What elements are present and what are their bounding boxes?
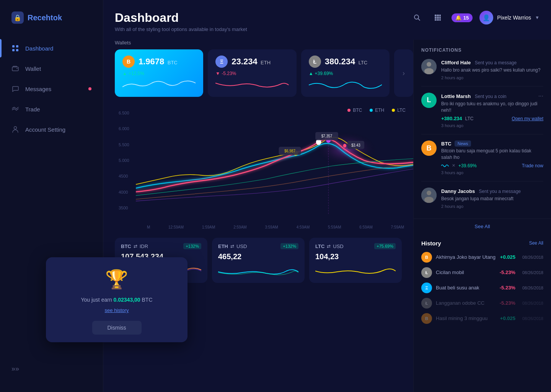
- trade-label: Trade: [25, 106, 40, 113]
- stat-amount-ltc: 104,23: [315, 252, 396, 261]
- search-button[interactable]: [410, 11, 424, 24]
- history-amount-1: +0.025: [500, 254, 515, 260]
- ltc-change-arrow: ▲: [309, 71, 313, 76]
- wallet-card-btc[interactable]: B 1.9678 BTC ▲ +12,5%: [115, 49, 203, 97]
- notif-body-lottie: Lottie Marsh Sent you a coin ··· Bro iki…: [441, 93, 543, 128]
- legend-dot-btc: [347, 109, 350, 112]
- history-header: History See All: [421, 240, 543, 247]
- svg-text:$6,987: $6,987: [284, 149, 295, 153]
- chart-section: BTC ETH LTC 6.500 6.000 5.500 5.000: [115, 103, 413, 233]
- sidebar-item-trade[interactable]: Trade: [0, 100, 103, 118]
- stat-to-btc: IDR: [140, 243, 148, 249]
- eth-currency: ETH: [261, 60, 271, 65]
- sidebar-item-wallet[interactable]: Wallet: [0, 59, 103, 78]
- dashboard-label: Dashboard: [25, 45, 53, 52]
- svg-text:$7,357: $7,357: [321, 134, 333, 139]
- history-see-all[interactable]: See All: [529, 240, 543, 246]
- earn-text: You just earn 0.02343,00 BTC: [81, 297, 152, 303]
- svg-point-31: [424, 68, 434, 74]
- notif-action-clifford: Sent you a message: [475, 60, 517, 65]
- stat-arrow-ltc: ⇄: [327, 243, 331, 249]
- notif-time-btc: 3 hours ago: [441, 170, 543, 175]
- stat-badge-btc: +132%: [183, 243, 201, 249]
- wallet-more-button[interactable]: ›: [394, 49, 413, 97]
- stat-card-ltc-usd[interactable]: LTC ⇄ USD +75.69% 104,23: [309, 238, 402, 283]
- notif-message-btc: Bitcoin baru saja menguat 5 poin kalau t…: [441, 148, 543, 161]
- eth-amount-area: 23.234 ETH: [231, 57, 271, 67]
- trade-now-link[interactable]: Trade now: [522, 163, 543, 168]
- history-amount-4: -5.23%: [500, 300, 515, 306]
- svg-rect-16: [439, 19, 441, 21]
- chevron-down-icon: ▼: [535, 15, 540, 20]
- open-wallet-link[interactable]: Open my wallet: [512, 116, 543, 121]
- ltc-change: ▲ +39.69%: [309, 71, 382, 76]
- notif-time-clifford: 2 hours ago: [441, 75, 543, 80]
- history-amount-2: -5.23%: [500, 270, 515, 275]
- notifications-see-all[interactable]: See All: [414, 219, 551, 234]
- svg-rect-1: [16, 45, 18, 47]
- notification-lottie: L Lottie Marsh Sent you a coin ··· Bro i…: [421, 93, 543, 135]
- earn-history-link[interactable]: see history: [105, 307, 129, 313]
- wallet-card-eth[interactable]: Ξ 23.234 ETH ▼ -5.23%: [208, 49, 296, 97]
- svg-point-30: [427, 62, 431, 67]
- stat-from-btc: BTC: [121, 243, 131, 249]
- page-title: Dashboard: [115, 11, 247, 25]
- notifications-section: NOTIFICATIONS Clifford Hale Sent you: [414, 40, 551, 219]
- eth-amount: 23.234: [231, 57, 257, 66]
- stat-header-eth: ETH ⇄ USD +132%: [218, 243, 298, 249]
- sidebar-item-account[interactable]: Account Setting: [0, 120, 103, 139]
- svg-rect-9: [437, 15, 439, 16]
- stat-amount-eth: 465,22: [218, 252, 298, 261]
- notif-name-btc: BTC: [441, 141, 452, 147]
- history-coin-3: Ξ: [421, 283, 432, 293]
- stat-to-eth: USD: [236, 243, 247, 249]
- trade-icon: [11, 105, 19, 113]
- notif-name-danny: Danny Jacobs: [441, 188, 475, 194]
- svg-rect-3: [16, 49, 18, 51]
- history-date-3: 08/26/2018: [522, 286, 543, 290]
- notif-extra-btc: ✕ +39.69% Trade now: [441, 163, 543, 168]
- eth-change-arrow: ▼: [215, 71, 220, 76]
- logo-text: Recehtok: [28, 13, 62, 22]
- stat-arrow-btc: ⇄: [134, 243, 137, 249]
- ltc-sparkline: [309, 79, 382, 91]
- legend-dot-eth: [370, 109, 373, 112]
- header-left: Dashboard With all of the styling tool o…: [115, 11, 247, 32]
- chart-y-labels: 6.500 6.000 5.500 5.000 4500 4000 3500: [115, 111, 133, 210]
- notif-time-danny: 2 hours ago: [441, 204, 543, 209]
- sidebar-item-messages[interactable]: Messages: [0, 80, 103, 98]
- history-section: History See All B Akhirnya Joko bayar Ut…: [414, 234, 551, 392]
- sidebar-item-dashboard[interactable]: Dashboard: [0, 39, 103, 57]
- sidebar-collapse-toggle[interactable]: »»: [0, 357, 103, 381]
- notification-danny: Danny Jacobs Sent you a message Besok ja…: [421, 188, 543, 215]
- stat-arrow-eth: ⇄: [230, 243, 234, 249]
- svg-text:$3.43: $3.43: [351, 143, 360, 147]
- svg-rect-4: [12, 67, 18, 71]
- history-date-1: 08/26/2018: [522, 255, 543, 260]
- messages-icon: [11, 85, 19, 93]
- ltc-currency: LTC: [359, 60, 368, 65]
- wallet-label: Wallet: [25, 65, 41, 72]
- wallet-card-ltc[interactable]: Ł 380.234 LTC ▲ +39.69%: [301, 49, 390, 97]
- earn-icon: 🏆: [105, 269, 128, 290]
- btc-amount: 1.9678: [139, 57, 164, 66]
- svg-rect-12: [437, 17, 439, 19]
- wallet-icon: [11, 65, 19, 72]
- account-icon: [11, 126, 19, 133]
- earn-dismiss-button[interactable]: Dismiss: [92, 321, 142, 335]
- notif-options-lottie[interactable]: ···: [538, 93, 543, 100]
- account-label: Account Setting: [25, 126, 65, 133]
- svg-rect-11: [435, 17, 437, 19]
- user-menu[interactable]: 👤 Pixelz Warrios ▼: [479, 11, 540, 24]
- legend-dot-ltc: [392, 109, 395, 112]
- svg-rect-10: [439, 15, 441, 16]
- svg-point-6: [14, 127, 17, 129]
- grid-button[interactable]: [431, 11, 445, 24]
- stat-card-eth-usd[interactable]: ETH ⇄ USD +132% 465,22: [212, 238, 305, 283]
- history-item-4: Ł Langganan odobe CC -5.23% 08/26/2018: [421, 298, 543, 309]
- notification-badge[interactable]: 🔔 15: [452, 13, 473, 22]
- stat-from-eth: ETH: [218, 243, 228, 249]
- legend-eth: ETH: [370, 108, 384, 113]
- history-desc-1: Akhirnya Joko bayar Utang: [436, 254, 496, 260]
- history-coin-4: Ł: [421, 298, 432, 309]
